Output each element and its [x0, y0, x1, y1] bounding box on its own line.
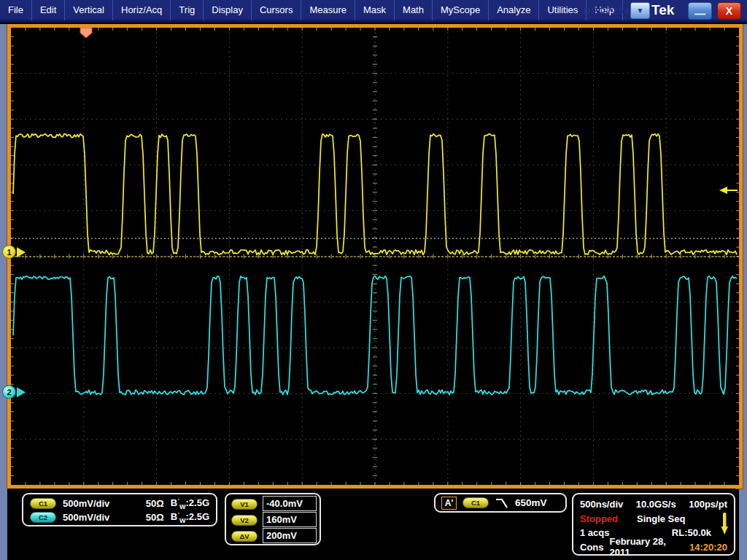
channel2-bandwidth: B'W:2.5G: [171, 511, 209, 524]
cursor-v2-row: V2 160mV: [231, 512, 317, 528]
acquisition-count: 1 acqs: [580, 527, 609, 538]
channel2-readout-row[interactable]: C2 500mV/div 50Ω B'W:2.5G: [30, 510, 209, 524]
trigger-level-value: 650mV: [515, 497, 547, 508]
menu-file[interactable]: File: [0, 0, 32, 20]
menu-math[interactable]: Math: [395, 0, 433, 20]
resolution-readout: 100ps/pt: [689, 499, 727, 510]
cursor-dv-badge[interactable]: ΔV: [231, 531, 258, 542]
channel2-arrow-icon: [17, 387, 26, 397]
channel1-badge[interactable]: C1: [30, 498, 56, 509]
close-button[interactable]: X: [717, 2, 741, 20]
menu-vertical[interactable]: Vertical: [65, 0, 113, 20]
channel1-arrow-icon: [17, 247, 26, 257]
falling-edge-icon: [495, 497, 509, 509]
cursor-dv-value: 200mV: [263, 528, 317, 543]
timebase-readout: 500ns/div: [580, 499, 623, 510]
menu-cursors[interactable]: Cursors: [252, 0, 302, 20]
menu-dropdown-button[interactable]: ▼: [630, 2, 650, 19]
channel1-bandwidth: B'W:2.5G: [171, 497, 209, 510]
channel2-scale: 500mV/div: [63, 512, 126, 523]
sample-rate-readout: 10.0GS/s: [636, 499, 676, 510]
menu-edit[interactable]: Edit: [32, 0, 65, 20]
channel2-number: 2: [2, 385, 16, 399]
cursor-v2-badge[interactable]: V2: [231, 515, 258, 526]
menu-horiz-acq[interactable]: Horiz/Acq: [113, 0, 171, 20]
time-readout: 14:20:20: [689, 542, 727, 553]
cursor-readout-box[interactable]: V1 -40.0mV V2 160mV ΔV 200mV: [225, 493, 321, 545]
tek-logo: Tek: [651, 2, 674, 18]
menu-myscope[interactable]: MyScope: [433, 0, 489, 20]
menu-utilities[interactable]: Utilities: [539, 0, 587, 20]
channel-readout-box[interactable]: C1 500mV/div 50Ω B'W:2.5G C2 500mV/div 5…: [22, 493, 217, 526]
temperature-indicator-icon: [720, 511, 729, 536]
cursor-dv-row: ΔV 200mV: [231, 528, 317, 544]
graticule-and-traces: [11, 28, 739, 485]
menu-bar: File Edit Vertical Horiz/Acq Trig Displa…: [0, 0, 747, 24]
trigger-position-marker[interactable]: [80, 28, 92, 38]
cursor-v1-badge[interactable]: V1: [231, 499, 258, 510]
cursor-v2-value: 160mV: [263, 512, 317, 527]
channel1-reference-marker[interactable]: 1: [2, 245, 26, 259]
status-panel: C1 500mV/div 50Ω B'W:2.5G C2 500mV/div 5…: [7, 489, 735, 560]
channel2-impedance: 50Ω: [133, 512, 164, 523]
menu-trig[interactable]: Trig: [171, 0, 204, 20]
menu-analyze[interactable]: Analyze: [489, 0, 539, 20]
date-readout: February 28, 2011: [610, 536, 684, 558]
trigger-level-arrow-icon[interactable]: [719, 187, 727, 194]
menu-mask[interactable]: Mask: [355, 0, 395, 20]
acquisition-mode: Single Seq: [637, 513, 685, 524]
acquisition-status-box[interactable]: 500ns/div 10.0GS/s 100ps/pt Stopped Sing…: [572, 493, 735, 556]
channel1-number: 1: [2, 245, 16, 259]
acquisition-state: Stopped: [580, 513, 618, 524]
channel1-readout-row[interactable]: C1 500mV/div 50Ω B'W:2.5G: [30, 497, 209, 510]
trigger-readout-box[interactable]: A' C1 650mV: [434, 493, 567, 513]
channel1-scale: 500mV/div: [63, 498, 126, 509]
menu-display[interactable]: Display: [204, 0, 252, 20]
model-watermark: DPO7254: [584, 5, 630, 16]
oscilloscope-app: File Edit Vertical Horiz/Acq Trig Displa…: [0, 0, 747, 560]
minimize-button[interactable]: —: [688, 2, 712, 20]
cursor-v1-row: V1 -40.0mV: [231, 496, 317, 512]
channel2-badge[interactable]: C2: [30, 512, 56, 523]
cursor-v1-value: -40.0mV: [263, 496, 317, 511]
trigger-a-badge[interactable]: A': [441, 497, 457, 510]
console-label: Cons: [580, 542, 604, 553]
channel2-reference-marker[interactable]: 2: [2, 385, 26, 399]
scope-display[interactable]: 1 2: [7, 24, 743, 489]
trigger-source-badge[interactable]: C1: [462, 497, 489, 508]
channel1-impedance: 50Ω: [133, 498, 164, 509]
menu-measure[interactable]: Measure: [301, 0, 355, 20]
